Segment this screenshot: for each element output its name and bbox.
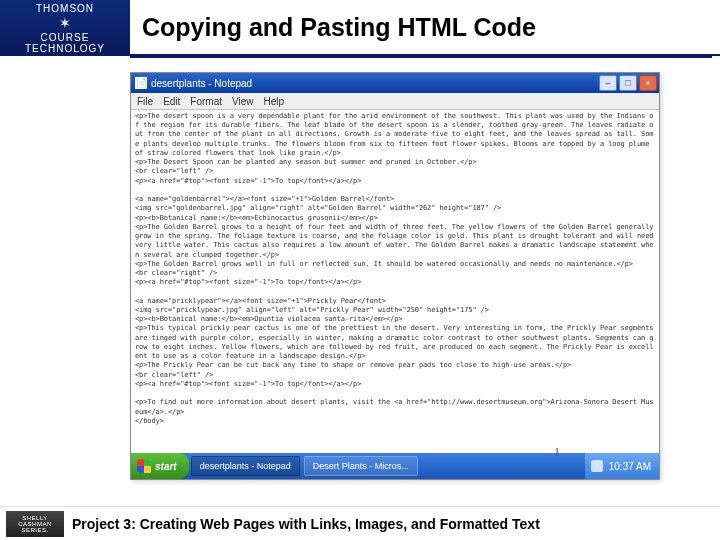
maximize-button[interactable]: □: [619, 75, 637, 91]
menu-edit[interactable]: Edit: [163, 96, 180, 107]
logo-bottom: COURSE TECHNOLOGY: [0, 32, 130, 54]
notepad-textarea[interactable]: <p>The desert spoon is a very dependable…: [131, 110, 659, 453]
footer-text: Project 3: Creating Web Pages with Links…: [64, 516, 720, 532]
taskbar: start desertplants - Notepad Desert Plan…: [131, 453, 659, 479]
menu-help[interactable]: Help: [264, 96, 285, 107]
start-label: start: [155, 461, 177, 472]
logo-star-icon: ✶: [0, 16, 130, 30]
windows-flag-icon: [137, 459, 151, 473]
minimize-button[interactable]: –: [599, 75, 617, 91]
notepad-titlebar[interactable]: 📄 desertplants - Notepad – □ ×: [131, 73, 659, 93]
slide-header: THOMSON ✶ COURSE TECHNOLOGY Copying and …: [0, 0, 720, 56]
thomson-logo: THOMSON ✶ COURSE TECHNOLOGY: [0, 0, 130, 56]
close-button[interactable]: ×: [639, 75, 657, 91]
menu-file[interactable]: File: [137, 96, 153, 107]
logo-top: THOMSON: [0, 3, 130, 14]
title-underline: [130, 56, 712, 58]
clock: 10:37 AM: [609, 461, 651, 472]
slide-title: Copying and Pasting HTML Code: [130, 0, 720, 54]
system-tray[interactable]: 10:37 AM: [585, 453, 659, 479]
notepad-icon: 📄: [135, 77, 147, 89]
page-number: 1: [554, 445, 560, 460]
notepad-menubar: File Edit Format View Help: [131, 93, 659, 110]
notepad-window: 📄 desertplants - Notepad – □ × File Edit…: [130, 72, 660, 480]
start-button[interactable]: start: [131, 453, 189, 479]
taskbar-task-notepad[interactable]: desertplants - Notepad: [191, 456, 300, 476]
menu-format[interactable]: Format: [190, 96, 222, 107]
slide-footer: SHELLY CASHMAN SERIES. Project 3: Creati…: [0, 506, 720, 540]
tray-icon[interactable]: [591, 460, 603, 472]
shelly-cashman-logo: SHELLY CASHMAN SERIES.: [6, 511, 64, 537]
notepad-title: desertplants - Notepad: [151, 78, 252, 89]
menu-view[interactable]: View: [232, 96, 254, 107]
taskbar-task-browser[interactable]: Desert Plants - Micros...: [304, 456, 418, 476]
